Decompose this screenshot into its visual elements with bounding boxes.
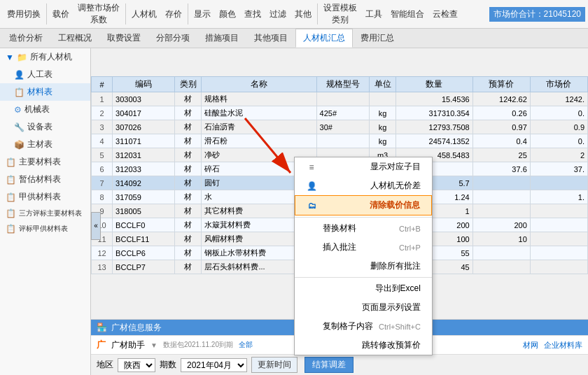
cell-market (530, 232, 587, 246)
cell-num: 3 (92, 120, 113, 134)
service-icon: 🏪 (97, 323, 107, 332)
cell-qty: 24574.1352 (396, 134, 472, 148)
main-area: ▼ 📁 所有人材机 👤 人工表 📋 材料表 ⚙ 机械表 🔧 设备表 📦 主材表 … (0, 48, 588, 375)
toolbar-other[interactable]: 其他 (290, 6, 316, 23)
toolbar-color[interactable]: 颜色 (215, 6, 240, 23)
market-total-badge: 市场价合计：21045120 (489, 7, 585, 22)
cell-spec (316, 92, 369, 106)
sidebar-item-main-material[interactable]: 📦 主材表 (0, 136, 90, 153)
ctx-rcj-no-diff[interactable]: 👤 人材机无价差 (295, 176, 432, 195)
cell-market: 0. (530, 134, 587, 148)
folder-icon: 📁 (17, 52, 27, 62)
cell-budget: 1242.62 (472, 92, 530, 106)
main-material-icon: 📦 (14, 140, 24, 150)
full-link[interactable]: 全部 (239, 340, 253, 350)
tab-measures[interactable]: 措施项目 (197, 29, 246, 48)
toolbar-smart[interactable]: 智能组合 (386, 6, 428, 23)
cell-name: 石油沥青 (202, 120, 316, 134)
dropdown-icon[interactable]: ▼ (150, 341, 158, 349)
toolbar-display[interactable]: 显示 (190, 6, 215, 23)
tab-fee-summary[interactable]: 费用汇总 (353, 29, 402, 48)
toolbar-cunjia[interactable]: 存价 (161, 6, 186, 23)
cell-market: 0.9 (530, 120, 587, 134)
sidebar-item-labor[interactable]: 👤 人工表 (0, 66, 90, 83)
cell-market (530, 260, 587, 274)
table-row[interactable]: 3 307026 材 石油沥青 30# kg 12793.7508 0.97 0… (92, 120, 588, 134)
sidebar-item-bid-supplied[interactable]: 📋 评标甲供材料表 (0, 221, 90, 236)
sidebar-item-material[interactable]: 📋 材料表 (0, 83, 90, 101)
clear-price-icon: 🗂 (307, 201, 318, 211)
tab-cost-analysis[interactable]: 造价分析 (1, 29, 50, 48)
cell-budget: 25 (472, 148, 530, 162)
ctx-export-excel[interactable]: 导出到Excel (295, 279, 432, 298)
cell-type: 材 (175, 232, 202, 246)
toolbar-sep4 (317, 3, 318, 24)
ctx-insert-note[interactable]: 插入批注 Ctrl+P (295, 238, 432, 257)
cell-market: 0. (530, 106, 587, 120)
toolbar-filter[interactable]: 过滤 (265, 6, 290, 23)
ctx-clear-price[interactable]: 🗂 清除载价信息 (295, 195, 432, 215)
collapse-sidebar-button[interactable]: « (91, 212, 101, 240)
sidebar-item-three-party[interactable]: 📋 三方评标主要材料表 (0, 206, 90, 221)
col-market: 市场价 (530, 77, 587, 92)
table-row[interactable]: 4 311071 材 滑石粉 kg 24574.1352 0.4 0. (92, 134, 588, 148)
cell-market (530, 204, 587, 218)
toolbar-feiyong[interactable]: 费用切换 (3, 6, 45, 23)
toolbar-zaijia[interactable]: 载价 (48, 6, 74, 23)
ctx-jump-edit-budget[interactable]: 跳转修改预算价 (295, 336, 432, 355)
guangcai-logo: 广 (97, 339, 106, 351)
cell-code: 312033 (113, 162, 175, 176)
tab-other-items[interactable]: 其他项目 (246, 29, 295, 48)
cell-num: 1 (92, 92, 113, 106)
cell-budget (472, 246, 530, 260)
cell-num: 6 (92, 162, 113, 176)
enterprise-library-link[interactable]: 企业材料库 (544, 340, 582, 351)
cell-code: 318005 (113, 204, 175, 218)
cell-type: 材 (175, 162, 202, 176)
calc-button[interactable]: 结算调差 (304, 357, 354, 373)
sidebar-item-key-materials[interactable]: 📋 主要材料表 (0, 153, 90, 171)
ctx-show-subitem[interactable]: ≡ 显示对应子目 (295, 157, 432, 176)
col-type: 类别 (175, 77, 202, 92)
region-select[interactable]: 陕西 (118, 358, 155, 372)
sidebar-item-provisional[interactable]: 📋 暂估材料表 (0, 171, 90, 188)
table-row[interactable]: 1 303003 材 规格料 15.4536 1242.62 1242. (92, 92, 588, 106)
sidebar-item-machine[interactable]: ⚙ 机械表 (0, 101, 90, 118)
toolbar-tools[interactable]: 工具 (361, 6, 386, 23)
tab-sections[interactable]: 分部分项 (148, 29, 197, 48)
sidebar-item-equipment[interactable]: 🔧 设备表 (0, 118, 90, 136)
toolbar-rcj[interactable]: 人材机 (127, 6, 161, 23)
ctx-replace-material[interactable]: 替换材料 Ctrl+B (295, 219, 432, 238)
equipment-icon: 🔧 (14, 122, 24, 132)
tab-fee-settings[interactable]: 取费设置 (99, 29, 148, 48)
cell-type: 材 (175, 106, 202, 120)
cell-num: 4 (92, 134, 113, 148)
cell-code: 307026 (113, 120, 175, 134)
toolbar-adjust[interactable]: 调整市场价系数 (74, 0, 124, 29)
toolbar-search[interactable]: 查找 (240, 6, 265, 23)
ctx-delete-all-notes[interactable]: 删除所有批注 (295, 257, 432, 276)
cell-market: 37. (530, 162, 587, 176)
cell-code: 312031 (113, 148, 175, 162)
cell-code: BCCLF0 (113, 218, 175, 232)
ctx-copy-cell[interactable]: 复制格子内容 Ctrl+Shift+C (295, 317, 432, 336)
cell-type: 材 (175, 218, 202, 232)
cai-wang-link[interactable]: 材网 (523, 340, 538, 351)
cell-market (530, 176, 587, 190)
sidebar: ▼ 📁 所有人材机 👤 人工表 📋 材料表 ⚙ 机械表 🔧 设备表 📦 主材表 … (0, 48, 91, 375)
tab-rcj-summary[interactable]: 人材机汇总 (295, 29, 353, 48)
sidebar-item-all-rcj[interactable]: ▼ 📁 所有人材机 (0, 48, 90, 66)
toolbar-cloud[interactable]: 云检查 (428, 6, 462, 23)
cell-budget (472, 190, 530, 204)
region-label: 地区 (97, 359, 113, 371)
cell-code: 314092 (113, 176, 175, 190)
period-select[interactable]: 2021年04月 (181, 358, 247, 372)
tab-project-overview[interactable]: 工程概况 (50, 29, 99, 48)
material-icon: 📋 (14, 87, 24, 97)
update-button[interactable]: 更新时间 (251, 357, 298, 373)
ctx-column-settings[interactable]: 页面显示列设置 (295, 298, 432, 317)
toolbar-template[interactable]: 设置模板类别 (319, 0, 361, 29)
sidebar-item-supplied[interactable]: 📋 甲供材料表 (0, 188, 90, 206)
cell-market (530, 246, 587, 260)
table-row[interactable]: 2 304017 材 硅酸盐水泥 425# kg 317310.354 0.26… (92, 106, 588, 120)
